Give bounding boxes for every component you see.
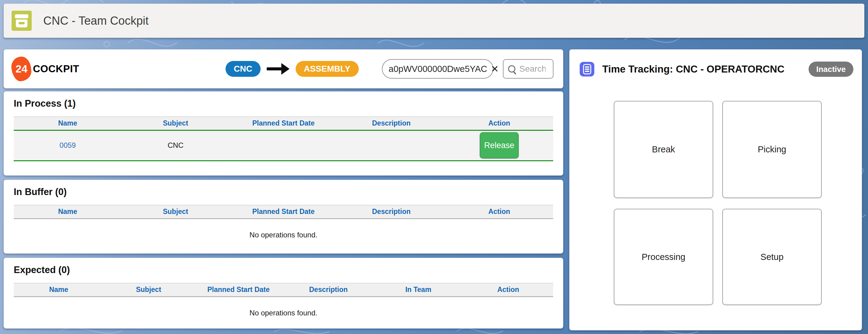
cell-action: Release <box>445 130 553 161</box>
setup-button[interactable]: Setup <box>722 209 822 305</box>
cockpit-logo: 24 COCKPIT <box>11 49 79 88</box>
cell-name: 0059 <box>14 130 122 161</box>
time-tracking-doc-icon <box>580 62 594 77</box>
operation-row: 0059 CNC Release <box>14 130 553 161</box>
table-header-row: Name Subject Planned Start Date Descript… <box>14 117 553 130</box>
picking-button[interactable]: Picking <box>722 101 822 198</box>
logo-number: 24 <box>16 63 27 75</box>
table-header-row: Name Subject Planned Start Date Descript… <box>14 205 553 218</box>
processing-button[interactable]: Processing <box>614 209 713 305</box>
column-header-in-team: In Team <box>373 283 463 297</box>
column-header-name: Name <box>14 117 122 130</box>
team-flow: CNC ASSEMBLY <box>225 49 359 88</box>
section-expected: Expected (0) Name Subject Planned Start … <box>4 258 563 329</box>
clear-icon[interactable]: ✕ <box>491 64 499 74</box>
logo-text: COCKPIT <box>33 63 79 75</box>
column-header-action: Action <box>463 283 553 297</box>
search-icon <box>508 65 516 72</box>
team-cnc-button[interactable]: CNC <box>225 61 260 77</box>
empty-message: No operations found. <box>4 231 563 239</box>
column-header-description: Description <box>283 283 373 297</box>
arrow-right-icon <box>267 63 289 75</box>
cockpit-logo-blob-icon: 24 <box>10 56 32 82</box>
section-title: In Process (1) <box>14 98 563 109</box>
column-header-name: Name <box>14 283 104 297</box>
time-tracking-panel: Time Tracking: CNC - OPERATORCNC Inactiv… <box>569 49 862 330</box>
section-in-process: In Process (1) Name Subject Planned Star… <box>4 91 563 176</box>
section-in-buffer: In Buffer (0) Name Subject Planned Start… <box>4 180 563 253</box>
column-header-action: Action <box>445 205 553 218</box>
cell-subject: CNC <box>122 130 229 161</box>
column-header-action: Action <box>445 117 553 130</box>
in-process-table: Name Subject Planned Start Date Descript… <box>14 116 553 161</box>
cockpit-toolbar: 24 COCKPIT CNC ASSEMBLY a0pWV000000Dwe5Y… <box>4 49 563 88</box>
column-header-planned-start-date: Planned Start Date <box>229 205 337 218</box>
page-title-bar: CNC - Team Cockpit <box>4 4 864 38</box>
column-header-name: Name <box>14 205 122 218</box>
scanned-id-chip: a0pWV000000Dwe5YAC ✕ <box>382 59 493 79</box>
in-buffer-table: Name Subject Planned Start Date Descript… <box>14 205 553 219</box>
empty-message: No operations found. <box>4 309 563 317</box>
expected-table: Name Subject Planned Start Date Descript… <box>14 283 553 297</box>
page-title: CNC - Team Cockpit <box>43 14 149 27</box>
column-header-planned-start-date: Planned Start Date <box>229 117 337 130</box>
app-archive-icon <box>11 11 32 31</box>
time-tracking-title: Time Tracking: CNC - OPERATORCNC <box>602 63 784 75</box>
column-header-subject: Subject <box>122 205 229 218</box>
column-header-subject: Subject <box>122 117 229 130</box>
scanned-id-value: a0pWV000000Dwe5YAC <box>389 64 487 74</box>
table-header-row: Name Subject Planned Start Date Descript… <box>14 283 553 297</box>
release-button[interactable]: Release <box>480 132 519 158</box>
cell-description <box>337 130 445 161</box>
search-input[interactable] <box>519 64 546 74</box>
column-header-description: Description <box>337 117 445 130</box>
time-tracking-header: Time Tracking: CNC - OPERATORCNC Inactiv… <box>569 49 862 77</box>
team-assembly-button[interactable]: ASSEMBLY <box>296 61 359 77</box>
time-tracking-button-grid: Break Picking Processing Setup <box>614 101 822 305</box>
break-button[interactable]: Break <box>614 101 713 198</box>
search-box <box>503 59 554 79</box>
column-header-subject: Subject <box>104 283 193 297</box>
operation-link[interactable]: 0059 <box>59 141 75 149</box>
section-title: In Buffer (0) <box>14 186 563 198</box>
cell-planned-start-date <box>229 130 337 161</box>
column-header-description: Description <box>337 205 445 218</box>
column-header-planned-start-date: Planned Start Date <box>193 283 283 297</box>
section-title: Expected (0) <box>14 265 563 275</box>
status-badge: Inactive <box>809 62 854 77</box>
